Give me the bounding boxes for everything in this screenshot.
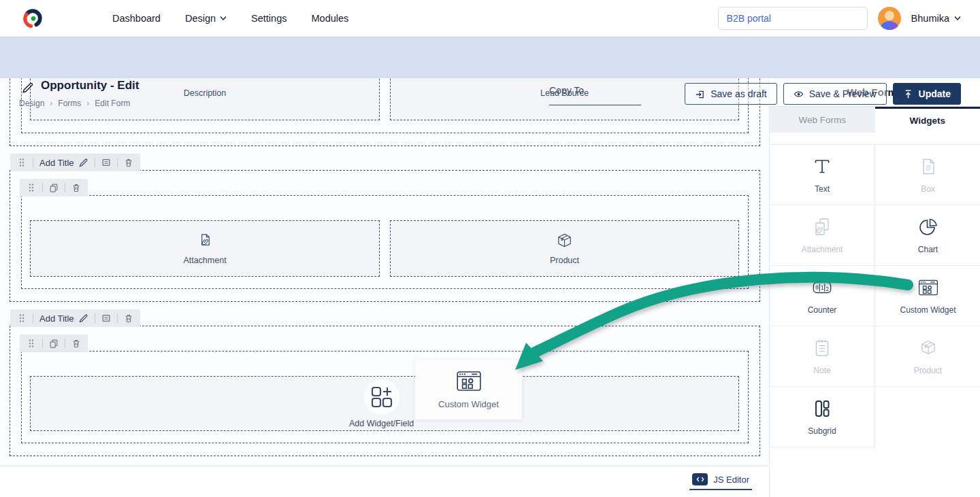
save-as-draft-button[interactable]: Save as draft: [685, 83, 777, 105]
widget-text[interactable]: Text: [770, 145, 875, 205]
update-button[interactable]: Update: [893, 83, 961, 105]
nav-modules[interactable]: Modules: [311, 13, 348, 24]
top-nav: Dashboard Design Settings Modules Bhumik…: [0, 0, 980, 37]
drag-handle-icon[interactable]: [17, 313, 27, 323]
breadcrumb-design[interactable]: Design: [19, 99, 44, 108]
widget-grid: Text Box: [770, 144, 980, 447]
widget-attachment-placeholder[interactable]: Attachment: [30, 220, 380, 277]
portal-select-input[interactable]: [718, 7, 868, 30]
page-header: Opportunity - Edit Design › Forms › Edit…: [0, 37, 980, 78]
custom-widget-icon: [918, 277, 938, 298]
text-icon: [812, 156, 832, 177]
svg-text:2: 2: [826, 286, 829, 292]
widget-box[interactable]: Box: [875, 145, 980, 205]
custom-widget-drag-ghost[interactable]: Custom Widget: [415, 360, 522, 419]
attachment-icon: [196, 232, 214, 250]
section-settings-icon[interactable]: [101, 313, 111, 323]
nav-settings[interactable]: Settings: [251, 13, 287, 24]
section-toolbar: Add Title: [10, 154, 140, 171]
edit-pencil-icon[interactable]: [22, 82, 34, 94]
app-logo-icon[interactable]: [22, 8, 43, 29]
widget-counter[interactable]: 012 Counter: [770, 266, 875, 326]
row-toolbar: [20, 179, 88, 196]
code-icon: [692, 473, 708, 485]
custom-widget-icon: [456, 371, 482, 392]
panel-tabs: Web Forms Widgets: [770, 107, 980, 133]
eye-icon: [794, 89, 804, 99]
tab-widgets[interactable]: Widgets: [875, 107, 980, 133]
widgets-panel: Web Forms Web Forms Widgets Text: [769, 78, 980, 497]
widget-subgrid[interactable]: Subgrid: [770, 387, 875, 447]
widget-attachment[interactable]: Attachment: [770, 205, 875, 266]
subgrid-icon: [812, 398, 832, 419]
nav-design[interactable]: Design: [185, 13, 227, 24]
drag-handle-icon[interactable]: [27, 183, 36, 192]
form-builder-app: Dashboard Design Settings Modules Bhumik…: [0, 0, 980, 497]
product-box-icon: [918, 338, 938, 358]
user-avatar[interactable]: [878, 7, 901, 30]
breadcrumb: Design › Forms › Edit Form: [19, 99, 130, 108]
trash-icon[interactable]: [124, 313, 133, 323]
drag-handle-icon[interactable]: [17, 158, 27, 167]
widget-product[interactable]: Product: [875, 326, 980, 387]
section-toolbar: Add Title: [10, 309, 140, 327]
pencil-icon[interactable]: [79, 313, 88, 323]
chevron-down-icon: [220, 16, 227, 21]
save-draft-icon: [695, 89, 705, 99]
duplicate-icon[interactable]: [49, 339, 59, 348]
attachment-icon: [812, 217, 832, 237]
box-icon: [918, 156, 938, 177]
copy-to-field[interactable]: Copy To: [549, 84, 641, 105]
product-box-icon: [555, 232, 574, 250]
widget-empty-cell: [875, 387, 980, 447]
trash-icon[interactable]: [71, 339, 81, 348]
svg-text:1: 1: [821, 285, 824, 291]
form-canvas: Description Lead Source Add Title: [0, 78, 769, 497]
widget-product-placeholder[interactable]: Product: [390, 220, 739, 277]
note-icon: [812, 338, 832, 358]
pencil-icon[interactable]: [79, 158, 88, 167]
widget-custom-widget[interactable]: Custom Widget: [875, 266, 980, 326]
trash-icon[interactable]: [124, 158, 133, 167]
nav-right-group: Bhumika: [718, 0, 961, 37]
header-actions: Save as draft Save & Preview Update: [685, 83, 961, 105]
tab-web-forms[interactable]: Web Forms: [770, 107, 875, 133]
save-and-preview-button[interactable]: Save & Preview: [783, 83, 887, 105]
upload-arrow-icon: [903, 89, 913, 99]
add-widget-field-button[interactable]: Add Widget/Field: [349, 379, 414, 428]
trash-icon[interactable]: [71, 183, 81, 192]
user-menu[interactable]: Bhumika: [911, 13, 961, 24]
row-toolbar: [20, 335, 88, 352]
duplicate-icon[interactable]: [49, 183, 59, 192]
drag-handle-icon[interactable]: [27, 339, 36, 348]
nav-dashboard[interactable]: Dashboard: [112, 13, 161, 24]
counter-icon: 012: [812, 277, 832, 298]
breadcrumb-forms[interactable]: Forms: [58, 99, 81, 108]
page-title: Opportunity - Edit: [41, 79, 139, 92]
section-title[interactable]: Add Title: [39, 313, 88, 324]
main-menu: Dashboard Design Settings Modules: [112, 13, 348, 24]
section-title[interactable]: Add Title: [39, 158, 88, 168]
add-widget-icon: [368, 383, 395, 411]
canvas-footer: JS Editor: [0, 466, 769, 497]
chevron-down-icon: [954, 16, 961, 21]
widget-note[interactable]: Note: [770, 326, 875, 387]
copy-to-label: Copy To: [549, 85, 584, 96]
breadcrumb-edit-form: Edit Form: [95, 99, 130, 108]
widget-chart[interactable]: Chart: [875, 205, 980, 266]
svg-text:0: 0: [815, 285, 819, 291]
chart-icon: [918, 217, 938, 237]
js-editor-button[interactable]: JS Editor: [689, 472, 752, 490]
section-settings-icon[interactable]: [101, 158, 111, 167]
